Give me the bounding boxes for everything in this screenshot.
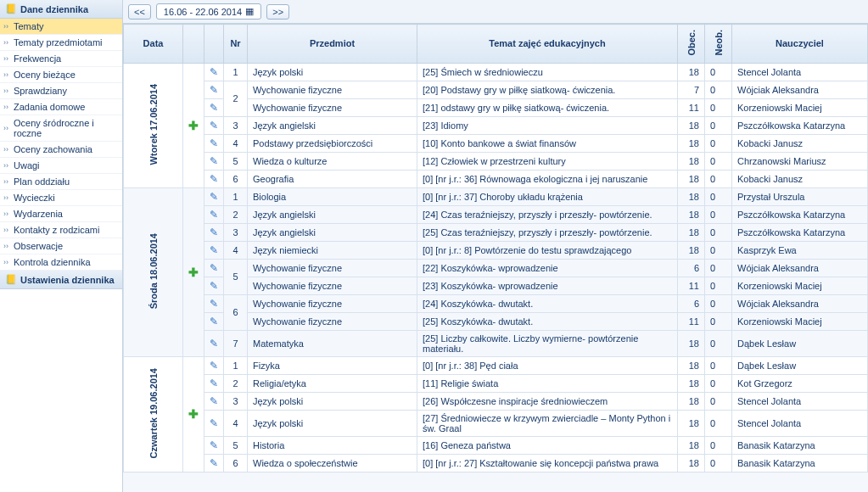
neob-cell: 0: [705, 277, 732, 294]
pencil-icon[interactable]: ✎: [210, 226, 218, 238]
nr-cell: 1: [224, 187, 248, 205]
pencil-icon[interactable]: ✎: [210, 262, 218, 274]
subject-cell: Historia: [248, 436, 417, 454]
sidebar-item[interactable]: ››Wycieczki: [0, 190, 122, 206]
pencil-icon[interactable]: ✎: [210, 173, 218, 185]
date-range[interactable]: 16.06 - 22.06 2014 ▦: [156, 3, 261, 20]
table-row: Czwartek 19.06.2014✚✎1Fizyka[0] [nr j.r.…: [124, 356, 868, 374]
teacher-cell: Kobacki Janusz: [732, 134, 868, 152]
pencil-icon[interactable]: ✎: [210, 191, 218, 203]
nr-cell: 6: [224, 454, 248, 472]
obec-cell: 18: [678, 205, 705, 223]
plus-icon[interactable]: ✚: [188, 119, 199, 132]
pencil-icon[interactable]: ✎: [210, 280, 218, 292]
pencil-icon[interactable]: ✎: [210, 439, 218, 451]
chevron-right-icon: ››: [3, 258, 8, 266]
pencil-icon[interactable]: ✎: [210, 102, 218, 114]
sidebar-item[interactable]: ››Sprawdziany: [0, 83, 122, 99]
edit-cell: ✎: [204, 294, 224, 312]
prev-week-button[interactable]: <<: [128, 4, 151, 20]
edit-cell: ✎: [204, 205, 224, 223]
pencil-icon[interactable]: ✎: [210, 338, 218, 349]
teacher-cell: Wójciak Aleksandra: [732, 259, 868, 277]
col-nr: Nr: [224, 25, 248, 64]
sidebar-item[interactable]: ››Oceny zachowania: [0, 142, 122, 158]
next-week-button[interactable]: >>: [266, 4, 289, 20]
add-cell: ✚: [183, 356, 204, 472]
edit-cell: ✎: [204, 187, 224, 205]
table-scroll[interactable]: Data Nr Przedmiot Temat zajęć edukacyjny…: [123, 24, 868, 492]
obec-cell: 18: [678, 187, 705, 205]
pencil-icon[interactable]: ✎: [210, 137, 218, 149]
sidebar-item[interactable]: ››Oceny bieżące: [0, 67, 122, 83]
nr-cell: 1: [224, 63, 248, 81]
nr-cell: 6: [224, 170, 248, 187]
topic-cell: [16] Geneza państwa: [417, 436, 678, 454]
sidebar-item[interactable]: ››Kontrola dziennika: [0, 254, 122, 271]
chevron-right-icon: ››: [3, 70, 8, 79]
pencil-icon[interactable]: ✎: [210, 395, 218, 407]
neob-cell: 0: [705, 81, 732, 98]
obec-cell: 18: [678, 436, 705, 454]
topic-cell: [0] [nr j.r.: 36] Równowaga ekologiczna …: [417, 170, 678, 187]
table-row: ✎6Geografia[0] [nr j.r.: 36] Równowaga e…: [124, 170, 868, 187]
teacher-cell: Banasik Katarzyna: [732, 454, 868, 472]
table-row: ✎3Język angielski[25] Czas teraźniejszy,…: [124, 223, 868, 241]
sidebar-item[interactable]: ››Oceny śródroczne i roczne: [0, 115, 122, 142]
nr-cell: 2: [224, 81, 248, 116]
sidebar-item[interactable]: ››Plan oddziału: [0, 174, 122, 190]
sidebar-item[interactable]: ››Wydarzenia: [0, 206, 122, 222]
sidebar-section-header[interactable]: 📒 Ustawienia dziennika: [0, 271, 122, 289]
topic-cell: [25] Śmiech w średniowieczu: [417, 63, 678, 81]
pencil-icon[interactable]: ✎: [210, 209, 218, 221]
neob-cell: 0: [705, 294, 732, 312]
edit-cell: ✎: [204, 170, 224, 187]
plus-icon[interactable]: ✚: [188, 266, 199, 279]
sidebar-item[interactable]: ››Zadania domowe: [0, 99, 122, 115]
sidebar-item[interactable]: ››Frekwencja: [0, 51, 122, 67]
pencil-icon[interactable]: ✎: [210, 66, 218, 78]
pencil-icon[interactable]: ✎: [210, 417, 218, 429]
day-cell: Wtorek 17.06.2014: [124, 63, 183, 187]
pencil-icon[interactable]: ✎: [210, 360, 218, 372]
topic-cell: [23] Koszykówka- wprowadzenie: [417, 277, 678, 294]
pencil-icon[interactable]: ✎: [210, 457, 218, 469]
chevron-right-icon: ››: [3, 124, 8, 132]
sidebar-item[interactable]: ››Tematy przedmiotami: [0, 35, 122, 51]
teacher-cell: Dąbek Lesław: [732, 330, 868, 356]
edit-cell: ✎: [204, 223, 224, 241]
subject-cell: Język angielski: [248, 223, 417, 241]
chevron-right-icon: ››: [3, 145, 8, 154]
chevron-right-icon: ››: [3, 103, 8, 111]
teacher-cell: Kot Grzegorz: [732, 374, 868, 392]
pencil-icon[interactable]: ✎: [210, 316, 218, 327]
neob-cell: 0: [705, 63, 732, 81]
topic-cell: [11] Religie świata: [417, 374, 678, 392]
table-row: ✎6Wychowanie fizyczne[24] Koszykówka- dw…: [124, 294, 868, 312]
sidebar-item[interactable]: ››Tematy: [0, 19, 122, 35]
pencil-icon[interactable]: ✎: [210, 84, 218, 96]
table-row: ✎3Język polski[26] Współczesne inspiracj…: [124, 392, 868, 410]
pencil-icon[interactable]: ✎: [210, 377, 218, 389]
sidebar-section-title: Dane dziennika: [20, 4, 88, 14]
neob-cell: 0: [705, 134, 732, 152]
pencil-icon[interactable]: ✎: [210, 244, 218, 256]
edit-cell: ✎: [204, 277, 224, 294]
sidebar-item[interactable]: ››Kontakty z rodzicami: [0, 222, 122, 238]
col-obec: Obec.: [678, 25, 705, 64]
pencil-icon[interactable]: ✎: [210, 155, 218, 167]
pencil-icon[interactable]: ✎: [210, 120, 218, 131]
edit-cell: ✎: [204, 63, 224, 81]
sidebar-item-label: Oceny bieżące: [14, 70, 76, 80]
topic-cell: [24] Koszykówka- dwutakt.: [417, 294, 678, 312]
neob-cell: 0: [705, 312, 732, 330]
sidebar-item[interactable]: ››Uwagi: [0, 158, 122, 174]
edit-cell: ✎: [204, 312, 224, 330]
obec-cell: 18: [678, 392, 705, 410]
topic-cell: [24] Czas teraźniejszy, przyszły i przes…: [417, 205, 678, 223]
plus-icon[interactable]: ✚: [188, 407, 199, 421]
pencil-icon[interactable]: ✎: [210, 298, 218, 310]
sidebar-item[interactable]: ››Obserwacje: [0, 238, 122, 254]
nr-cell: 2: [224, 374, 248, 392]
sidebar-section-header[interactable]: 📒 Dane dziennika: [0, 0, 122, 19]
